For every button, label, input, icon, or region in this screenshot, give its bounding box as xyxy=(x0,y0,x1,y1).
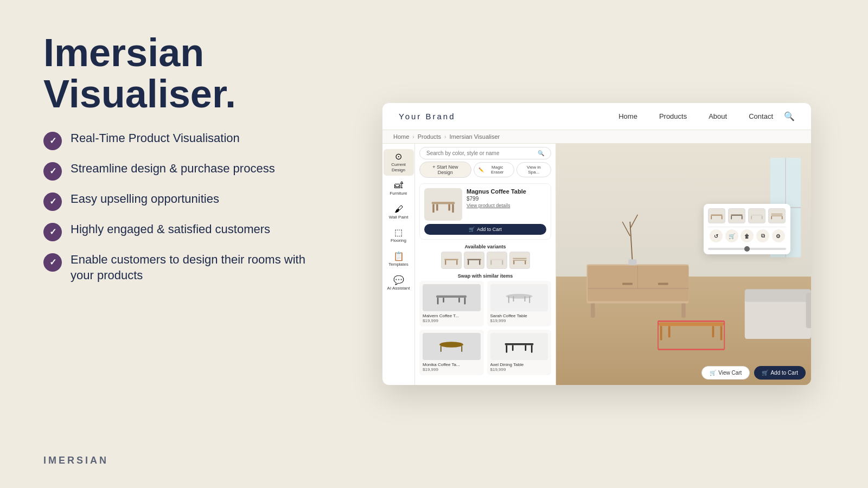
variant-1[interactable] xyxy=(441,252,462,269)
product-price: $799 xyxy=(467,196,546,202)
sidebar-item-furniture[interactable]: 🛋 Furniture xyxy=(384,178,414,200)
svg-rect-59 xyxy=(668,326,671,337)
feature-item-1: Real-Time Product Visualisation xyxy=(43,131,315,150)
breadcrumb-sep-2: › xyxy=(444,134,446,140)
ai-assistant-icon: 💬 xyxy=(393,276,404,285)
popup-variant-2[interactable] xyxy=(728,208,745,223)
similar-product-name-3: Monika Coffee Ta... xyxy=(423,362,481,367)
svg-rect-9 xyxy=(468,260,469,265)
sidebar-label-current-design: Current Design xyxy=(386,162,412,172)
search-icon[interactable]: 🔍 xyxy=(784,111,795,121)
sidebar-label-ai-assistant: AI Assistant xyxy=(387,286,410,291)
similar-product-price-4: $19,999 xyxy=(490,367,548,372)
svg-rect-32 xyxy=(506,345,507,352)
wall-paint-icon: 🖌 xyxy=(394,205,403,214)
add-to-cart-button[interactable]: 🛒 Add to Cart xyxy=(424,224,546,235)
view-cart-button[interactable]: 🛒 View Cart xyxy=(701,366,750,380)
nav-contact[interactable]: Contact xyxy=(749,112,773,120)
similar-product-3[interactable]: Monika Coffee Ta... $19,999 xyxy=(419,330,484,375)
breadcrumb-home[interactable]: Home xyxy=(393,133,409,140)
similar-product-name-2: Sarah Coffee Table xyxy=(490,313,548,318)
popup-delete-button[interactable]: 🗑 xyxy=(741,229,754,242)
svg-point-28 xyxy=(439,342,463,348)
variant-3[interactable] xyxy=(487,252,507,269)
new-design-button[interactable]: + Start New Design xyxy=(419,162,471,178)
breadcrumb-sep-1: › xyxy=(412,134,414,140)
main-content: ⊙ Current Design 🛋 Furniture 🖌 Wall Pain… xyxy=(382,144,811,385)
similar-product-img-1 xyxy=(423,284,481,311)
breadcrumb-products[interactable]: Products xyxy=(418,133,441,140)
popup-variants xyxy=(708,208,786,223)
svg-rect-51 xyxy=(745,296,811,339)
svg-rect-11 xyxy=(490,259,503,260)
svg-rect-34 xyxy=(512,345,514,351)
furniture-icon: 🛋 xyxy=(394,181,403,190)
svg-rect-15 xyxy=(513,260,526,261)
similar-product-1[interactable]: Malvern Coffee T... $19,999 xyxy=(419,281,484,326)
magic-eraser-button[interactable]: ✏️ Magic Eraser xyxy=(474,162,514,177)
svg-rect-22 xyxy=(458,298,460,303)
svg-rect-4 xyxy=(448,204,450,211)
svg-rect-56 xyxy=(659,323,723,326)
svg-rect-12 xyxy=(490,260,492,265)
product-panel: 🔍 + Start New Design ✏️ Magic Eraser Vie… xyxy=(415,144,556,385)
nav-home[interactable]: Home xyxy=(618,112,637,120)
svg-rect-20 xyxy=(464,298,466,304)
sidebar-item-templates[interactable]: 📋 Templates xyxy=(384,249,414,271)
variant-4[interactable] xyxy=(509,252,530,269)
search-input[interactable] xyxy=(426,150,534,156)
svg-rect-60 xyxy=(712,326,714,337)
svg-rect-69 xyxy=(762,216,763,220)
svg-rect-33 xyxy=(531,345,533,352)
popup-scale-slider[interactable] xyxy=(708,248,786,250)
feature-item-2: Streamline design & purchase process xyxy=(43,161,315,181)
svg-rect-42 xyxy=(681,303,686,317)
popup-settings-button[interactable]: ⚙ xyxy=(772,229,785,242)
features-list: Real-Time Product Visualisation Streamli… xyxy=(43,131,315,283)
brand-name: Your Brand xyxy=(399,112,456,121)
sidebar-item-ai-assistant[interactable]: 💬 AI Assistant xyxy=(384,273,414,294)
svg-rect-16 xyxy=(513,261,514,265)
left-panel: Imersian Visualiser. Real-Time Product V… xyxy=(0,0,347,488)
nav-about[interactable]: About xyxy=(709,112,727,120)
popup-cart-button[interactable]: 🛒 xyxy=(725,229,738,242)
swap-label: Swap with similar items xyxy=(419,273,551,279)
add-to-cart-room-button[interactable]: 🛒 Add to Cart xyxy=(754,366,806,380)
svg-rect-2 xyxy=(452,204,454,213)
svg-rect-10 xyxy=(479,260,480,265)
sidebar-item-wall-paint[interactable]: 🖌 Wall Paint xyxy=(384,202,414,223)
svg-rect-19 xyxy=(437,298,439,304)
product-name: Magnus Coffee Table xyxy=(467,188,546,195)
popup-variant-1[interactable] xyxy=(708,208,725,223)
variants-label: Available variants xyxy=(419,244,551,249)
svg-rect-68 xyxy=(751,216,752,220)
popup-copy-button[interactable]: ⧉ xyxy=(756,229,769,242)
svg-rect-6 xyxy=(445,260,446,265)
svg-rect-58 xyxy=(720,326,723,340)
view-in-space-button[interactable]: View in Spa... xyxy=(516,162,551,177)
similar-product-img-3 xyxy=(423,333,481,360)
svg-rect-64 xyxy=(731,215,743,216)
popup-slider-thumb xyxy=(744,246,750,252)
popup-actions: ↺ 🛒 🗑 ⧉ ⚙ xyxy=(708,227,786,245)
variant-2[interactable] xyxy=(464,252,484,269)
similar-product-2[interactable]: Sarah Coffee Table $19,999 xyxy=(487,281,552,326)
svg-line-49 xyxy=(630,215,637,229)
right-panel: Your Brand Home Products About Contact 🔍… xyxy=(347,0,868,488)
sidebar-label-furniture: Furniture xyxy=(390,191,407,196)
similar-product-4[interactable]: Axel Dining Table $19,999 xyxy=(487,330,552,375)
product-thumbnail xyxy=(424,188,462,221)
svg-rect-14 xyxy=(513,258,526,259)
sidebar-item-current-design[interactable]: ⊙ Current Design xyxy=(384,149,414,176)
view-product-link[interactable]: View product details xyxy=(467,203,546,208)
popup-variant-4[interactable] xyxy=(768,208,786,223)
breadcrumb-current: Imersian Visualiser xyxy=(449,133,500,140)
popup-variant-3[interactable] xyxy=(748,208,765,223)
popup-rotate-button[interactable]: ↺ xyxy=(710,229,723,242)
nav-products[interactable]: Products xyxy=(659,112,687,120)
svg-rect-0 xyxy=(432,202,455,204)
check-icon-3 xyxy=(43,192,62,211)
product-popup: ↺ 🛒 🗑 ⧉ ⚙ xyxy=(704,204,790,254)
sidebar-item-flooring[interactable]: ⬚ Flooring xyxy=(384,225,414,247)
svg-rect-43 xyxy=(622,283,633,285)
